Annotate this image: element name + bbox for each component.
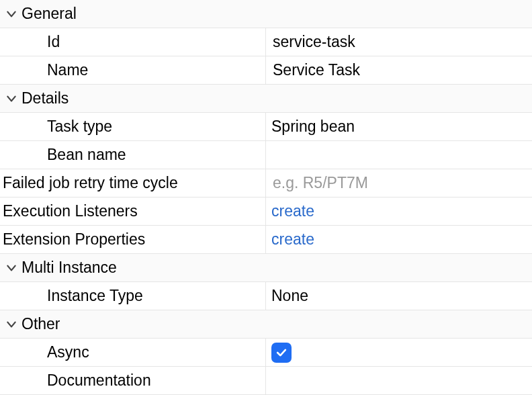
check-icon: [275, 346, 288, 359]
async-checkbox[interactable]: [271, 343, 292, 363]
chevron-down-icon: [5, 262, 17, 274]
section-title: Details: [21, 89, 69, 107]
section-title: Other: [21, 315, 60, 333]
row-exec-listeners: Execution Listeners create: [0, 198, 532, 226]
row-bean-name: Bean name: [0, 141, 532, 169]
section-other[interactable]: Other: [0, 310, 532, 339]
row-id: Id: [0, 28, 532, 56]
id-input[interactable]: [271, 28, 532, 56]
create-ext-props-link[interactable]: create: [271, 230, 314, 249]
field-label: Instance Type: [47, 287, 143, 305]
row-retry: Failed job retry time cycle: [0, 169, 532, 198]
create-exec-listeners-link[interactable]: create: [271, 202, 314, 220]
row-task-type: Task type Spring bean: [0, 113, 532, 141]
field-label: Documentation: [47, 371, 151, 390]
row-instance-type: Instance Type None: [0, 282, 532, 310]
row-async: Async: [0, 339, 532, 367]
row-name: Name: [0, 56, 532, 85]
field-label: Async: [47, 343, 89, 361]
instance-type-value[interactable]: None: [271, 287, 308, 305]
task-type-value[interactable]: Spring bean: [271, 118, 355, 136]
field-label: Id: [47, 33, 60, 51]
chevron-down-icon: [5, 93, 17, 105]
field-label: Execution Listeners: [3, 202, 138, 220]
section-general[interactable]: General: [0, 0, 532, 28]
documentation-input[interactable]: [271, 367, 532, 394]
properties-panel: General Id Name Details Task: [0, 0, 532, 395]
bean-name-input[interactable]: [271, 141, 532, 169]
section-title: General: [21, 5, 77, 23]
row-ext-props: Extension Properties create: [0, 226, 532, 254]
retry-input[interactable]: [271, 169, 532, 197]
field-label: Bean name: [47, 146, 126, 164]
section-multi-instance[interactable]: Multi Instance: [0, 254, 532, 282]
field-label: Task type: [47, 118, 112, 136]
field-label: Extension Properties: [3, 230, 145, 249]
section-title: Multi Instance: [21, 259, 117, 277]
field-label: Name: [47, 61, 88, 79]
chevron-down-icon: [5, 8, 17, 20]
chevron-down-icon: [5, 318, 17, 331]
row-documentation: Documentation: [0, 367, 532, 395]
field-label: Failed job retry time cycle: [3, 174, 178, 192]
name-input[interactable]: [271, 56, 532, 84]
section-details[interactable]: Details: [0, 85, 532, 113]
